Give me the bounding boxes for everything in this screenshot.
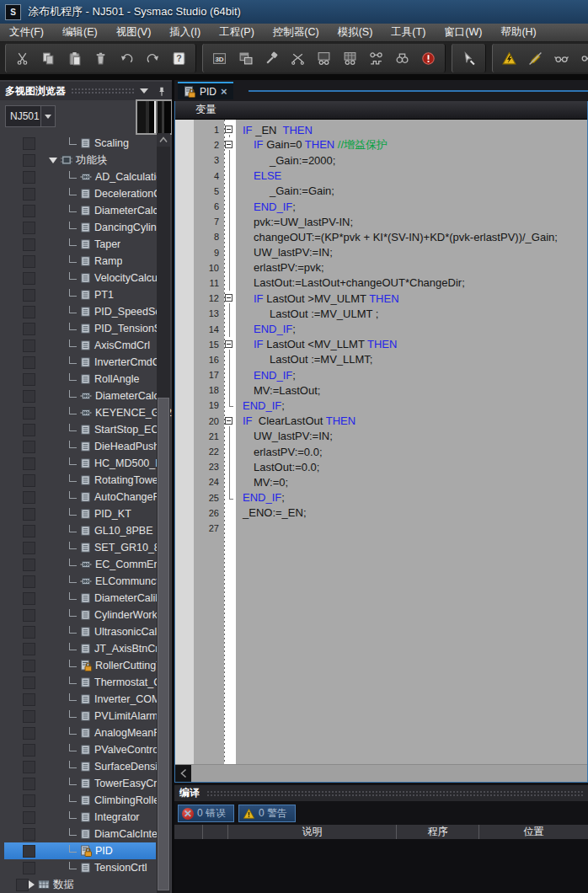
errors-filter-button[interactable]: ✕ 0 错误: [178, 805, 234, 822]
tree-item-pt1[interactable]: PT1: [0, 286, 172, 303]
tree-item-integrator[interactable]: Integrator: [0, 809, 172, 826]
watch-window-button[interactable]: [312, 46, 336, 71]
expander-down-icon[interactable]: [49, 158, 57, 163]
data-trace-button[interactable]: [364, 46, 388, 71]
code-line-10[interactable]: 10erlastPV:=pvk;: [175, 260, 587, 275]
tree-item-diametercalib[interactable]: DiameterCalib: [0, 590, 172, 607]
tree-item-climbingrolle[interactable]: ClimbingRolle: [0, 792, 172, 809]
help-button[interactable]: ?: [167, 46, 191, 71]
tree-item-adcalculatio[interactable]: AD_Calculatio: [0, 168, 172, 185]
tree-item-pidkt[interactable]: PID_KT: [0, 505, 172, 522]
tree-item-ramp[interactable]: Ramp: [0, 253, 172, 270]
variables-section-bar[interactable]: 变量: [175, 101, 587, 120]
tree-item-thermostatc[interactable]: Thermostat_C: [0, 674, 172, 691]
tree-item-rollangle[interactable]: RollAngle: [0, 371, 172, 388]
tree-item-rollercuttingt[interactable]: RollerCuttingT: [0, 657, 172, 674]
code-line-26[interactable]: 26_ENO:=_EN;: [175, 505, 587, 521]
tree-item-diametercalcu[interactable]: DiameterCalcu: [0, 202, 172, 219]
undo-button[interactable]: [115, 46, 139, 71]
code-line-20[interactable]: 20IF ClearLastOut THEN: [175, 414, 587, 429]
fold-collapse-icon[interactable]: [225, 126, 233, 133]
code-line-13[interactable]: 13LastOut :=MV_ULMT ;: [175, 306, 587, 321]
tree-item-decelerationc[interactable]: DecelerationC: [0, 185, 172, 202]
paste-button[interactable]: [62, 46, 87, 71]
code-line-3[interactable]: 3_Gain:=2000;: [175, 152, 587, 168]
stop-button[interactable]: [416, 46, 441, 71]
tree-item-dancingcylind[interactable]: DancingCylind: [0, 219, 172, 236]
fold-column[interactable]: [224, 414, 236, 429]
fold-collapse-icon[interactable]: [225, 294, 233, 302]
tree-item-item1[interactable]: 功能块: [0, 152, 172, 168]
monitor-button[interactable]: [549, 46, 574, 71]
code-line-25[interactable]: 25END_IF;: [175, 490, 587, 505]
horizontal-scrollbar[interactable]: [175, 764, 587, 782]
code-line-1[interactable]: 1IF _EN THEN: [175, 122, 587, 137]
delete-button[interactable]: [88, 46, 113, 71]
code-line-19[interactable]: 19END_IF;: [175, 398, 587, 413]
3d-view-button[interactable]: 3D: [207, 46, 232, 71]
tree-item-pidspeedsca[interactable]: PID_SpeedSca: [0, 303, 172, 320]
tree-item-item44[interactable]: 数据: [0, 876, 172, 893]
tree-item-scaling[interactable]: Scaling: [0, 135, 172, 152]
tree-item-gl108pbe[interactable]: GL10_8PBE: [0, 522, 172, 539]
code-line-21[interactable]: 21UW_lastPV:=IN;: [175, 429, 587, 444]
tree-item-pvlimitalarm[interactable]: PVLimitAlarm: [0, 708, 172, 725]
fold-collapse-icon[interactable]: [225, 340, 233, 348]
code-line-14[interactable]: 14END_IF;: [175, 321, 587, 336]
select-edit-button[interactable]: [457, 46, 481, 71]
fold-collapse-icon[interactable]: [225, 417, 233, 425]
code-line-23[interactable]: 23LastOut:=0.0;: [175, 459, 587, 474]
tree-item-startstopeca[interactable]: StartStop_ECa: [0, 421, 172, 438]
menu-item-8[interactable]: 窗口(W): [435, 24, 491, 41]
code-line-5[interactable]: 5_Gain:=Gain;: [175, 184, 587, 199]
tree-item-diamcalcinteg[interactable]: DiamCalcInteg: [0, 826, 172, 842]
cross-reference-button[interactable]: [286, 46, 310, 71]
tab-pid[interactable]: PID ×: [178, 82, 233, 99]
code-line-11[interactable]: 11LastOut:=LastOut+changeOUT*ChangeDir;: [175, 275, 587, 291]
tab-close-icon[interactable]: ×: [221, 86, 227, 97]
controller-select-arrow-button[interactable]: [40, 106, 55, 126]
redo-button[interactable]: [141, 46, 165, 71]
fold-column[interactable]: [224, 337, 236, 352]
tree-item-setgr108pi[interactable]: SET_GR10_8PI: [0, 539, 172, 556]
code-line-24[interactable]: 24MV:=0;: [175, 474, 587, 489]
tree-item-autochanger[interactable]: AutoChangeR: [0, 489, 172, 505]
new-window-button[interactable]: [233, 46, 258, 71]
pin-icon[interactable]: [157, 86, 167, 97]
tree-item-hcmd500e[interactable]: HC_MD500_E: [0, 455, 172, 472]
scroll-up-button[interactable]: [157, 133, 170, 147]
fold-column[interactable]: [224, 122, 236, 137]
tree-item-axiscmdcrl[interactable]: AxisCmdCrl: [0, 337, 172, 354]
check-program-button[interactable]: [497, 46, 521, 71]
copy-button[interactable]: [36, 46, 61, 71]
tree-item-rotatingtowe[interactable]: RotatingTowe: [0, 472, 172, 489]
code-line-9[interactable]: 9UW_lastPV:=IN;: [175, 245, 587, 260]
tree-item-pid[interactable]: PID: [0, 842, 172, 859]
tree-item-towereasycrtl[interactable]: TowerEasyCrtl: [0, 775, 172, 792]
scrollbar-track[interactable]: [191, 765, 587, 782]
menu-item-2[interactable]: 视图(V): [107, 24, 161, 41]
menu-item-6[interactable]: 模拟(S): [329, 24, 382, 41]
menu-item-3[interactable]: 插入(I): [160, 24, 210, 41]
tree-item-invertercmdcr[interactable]: InverterCmdCr: [0, 354, 172, 371]
menu-item-7[interactable]: 工具(T): [382, 24, 435, 41]
st-code-editor[interactable]: 1IF _EN THEN2IF Gain=0 THEN //增益保护3_Gain…: [175, 120, 587, 782]
menu-item-9[interactable]: 帮助(H): [491, 24, 545, 41]
code-line-12[interactable]: 12IF LastOut >MV_ULMT THEN: [175, 291, 587, 306]
menu-item-5[interactable]: 控制器(C): [264, 24, 329, 41]
warnings-filter-button[interactable]: 0 警告: [238, 805, 296, 822]
tree-item-diametercalcu[interactable]: DiameterCalcu: [0, 388, 172, 404]
menu-item-0[interactable]: 文件(F): [0, 24, 53, 41]
menu-item-1[interactable]: 编辑(E): [53, 24, 107, 41]
tree-item-surfacedensit[interactable]: SurfaceDensit: [0, 758, 172, 775]
monitor-off-button[interactable]: [575, 46, 588, 71]
code-line-4[interactable]: 4ELSE: [175, 168, 587, 184]
code-line-16[interactable]: 16LastOut :=MV_LLMT;: [175, 352, 587, 367]
tree-item-dieheadpushi[interactable]: DieHeadPushi: [0, 438, 172, 455]
tree-item-eccommerr[interactable]: EC_CommErr: [0, 556, 172, 573]
fold-column[interactable]: [224, 137, 236, 152]
code-line-22[interactable]: 22erlastPV:=0.0;: [175, 444, 587, 459]
tree-item-cylinderworkt[interactable]: CylinderWorkT: [0, 607, 172, 623]
code-line-7[interactable]: 7pvk:=UW_lastPV-IN;: [175, 214, 587, 229]
tree-item-invertercom[interactable]: Inverter_COM: [0, 691, 172, 708]
